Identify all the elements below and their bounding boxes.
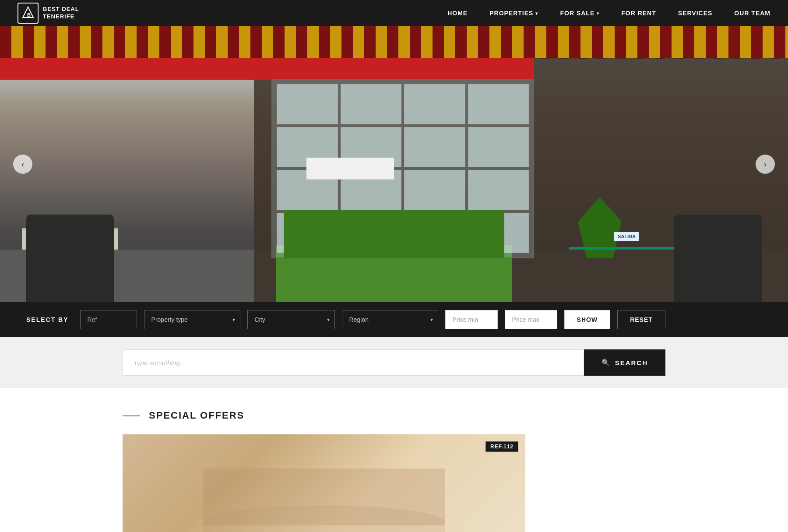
price-max-input[interactable] bbox=[505, 310, 557, 329]
hero-next-button[interactable]: › bbox=[756, 155, 775, 174]
awning-red bbox=[0, 58, 534, 80]
logo-svg: B bbox=[21, 6, 35, 20]
search-section: 🔍 SEARCH bbox=[0, 337, 788, 388]
awning-top bbox=[0, 26, 788, 58]
price-min-input[interactable] bbox=[445, 310, 498, 329]
nav-for-sale-label: FOR SALE bbox=[560, 10, 595, 17]
properties-chevron-icon: ▾ bbox=[535, 11, 538, 16]
listing-card bbox=[404, 84, 465, 124]
for-sale-chevron-icon: ▾ bbox=[597, 11, 599, 16]
ref-badge: REF.112 bbox=[485, 441, 518, 452]
logo-text: BEST DEAL TENERIFE bbox=[43, 6, 79, 21]
listing-card bbox=[277, 84, 338, 124]
ref-input[interactable] bbox=[80, 310, 137, 329]
section-title-wrapper: SPECIAL OFFERS bbox=[123, 410, 665, 421]
arch-detail bbox=[203, 505, 445, 532]
hero-image: SALIDA ‹ › bbox=[0, 26, 788, 302]
section-title-line bbox=[123, 415, 140, 416]
search-input-wrapper bbox=[123, 349, 584, 376]
select-by-label: SELECT BY bbox=[26, 316, 69, 323]
nav-our-team[interactable]: OUR TEAM bbox=[734, 10, 770, 17]
select-bar: SELECT BY Property type Apartment House … bbox=[0, 302, 788, 337]
listing-card bbox=[341, 84, 402, 124]
listing-card bbox=[468, 84, 529, 124]
wicker-chair-left bbox=[26, 215, 114, 302]
grass bbox=[284, 210, 504, 258]
special-offers-title: SPECIAL OFFERS bbox=[149, 410, 244, 421]
property-type-select[interactable]: Property type Apartment House Villa Comm… bbox=[144, 310, 240, 329]
hero-prev-button[interactable]: ‹ bbox=[13, 155, 32, 174]
logo-icon: B bbox=[18, 3, 39, 24]
nav-services[interactable]: SERVICES bbox=[678, 10, 713, 17]
nav-home[interactable]: HOME bbox=[447, 10, 468, 17]
nav-properties-label: PROPERTIES bbox=[489, 10, 533, 17]
nav-links: HOME PROPERTIES ▾ FOR SALE ▾ FOR RENT SE… bbox=[447, 10, 770, 17]
hero-section: SALIDA ‹ › bbox=[0, 26, 788, 302]
show-button[interactable]: SHOW bbox=[564, 310, 611, 329]
navbar: B BEST DEAL TENERIFE HOME PROPERTIES ▾ F… bbox=[0, 0, 788, 26]
listing-card bbox=[468, 127, 529, 167]
salida-sign: SALIDA bbox=[614, 232, 639, 241]
left-arrow-icon: ‹ bbox=[21, 160, 24, 169]
nav-for-sale[interactable]: FOR SALE ▾ bbox=[560, 10, 599, 17]
property-type-dropdown-wrapper: Property type Apartment House Villa Comm… bbox=[144, 310, 240, 329]
region-select[interactable]: Region North South East West bbox=[342, 310, 438, 329]
wicker-chair-right bbox=[674, 215, 762, 302]
right-arrow-icon: › bbox=[764, 160, 767, 169]
nav-for-rent[interactable]: FOR RENT bbox=[621, 10, 656, 17]
canopy bbox=[306, 158, 394, 180]
svg-text:B: B bbox=[27, 12, 31, 18]
listing-card bbox=[468, 170, 529, 210]
listing-card bbox=[404, 127, 465, 167]
city-dropdown-wrapper: City Adeje Arona Los Gigantes Puerto de … bbox=[247, 310, 335, 329]
city-select[interactable]: City Adeje Arona Los Gigantes Puerto de … bbox=[247, 310, 335, 329]
search-icon: 🔍 bbox=[602, 359, 611, 366]
reset-button[interactable]: RESET bbox=[617, 310, 665, 329]
property-card[interactable]: REF.112 bbox=[123, 434, 525, 532]
logo[interactable]: B BEST DEAL TENERIFE bbox=[18, 3, 79, 24]
region-dropdown-wrapper: Region North South East West ▾ bbox=[342, 310, 438, 329]
listing-card bbox=[404, 170, 465, 210]
search-input[interactable] bbox=[123, 349, 584, 376]
property-cards: REF.112 bbox=[123, 434, 665, 532]
special-offers-section: SPECIAL OFFERS REF.112 bbox=[0, 388, 788, 532]
nav-properties[interactable]: PROPERTIES ▾ bbox=[489, 10, 538, 17]
search-button-label: SEARCH bbox=[615, 359, 648, 366]
search-button[interactable]: 🔍 SEARCH bbox=[584, 349, 665, 376]
